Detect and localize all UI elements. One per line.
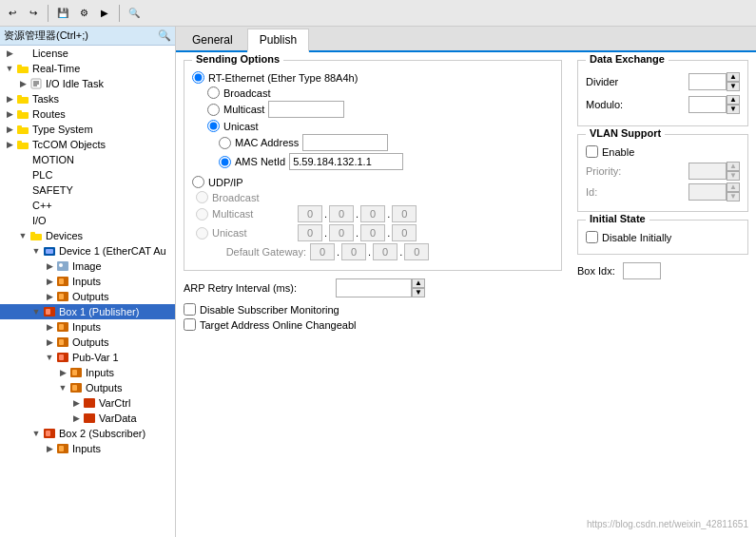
ip-u3[interactable] (360, 224, 385, 241)
modulo-input[interactable]: 0 (688, 96, 727, 113)
ip-m1[interactable] (298, 205, 322, 222)
tree-toggle-license[interactable]: ▶ (4, 48, 15, 58)
ip-u1[interactable] (298, 224, 322, 241)
target-address-checkbox[interactable] (184, 318, 196, 331)
box-idx-input[interactable]: 1 (623, 262, 661, 279)
tab-general[interactable]: General (180, 29, 245, 50)
tree-toggle-varctrl[interactable]: ▶ (70, 398, 82, 408)
tree-toggle-image[interactable]: ▶ (44, 261, 55, 271)
tree-toggle-type-system[interactable]: ▶ (4, 125, 15, 134)
search-icon[interactable]: 🔍 (126, 5, 143, 22)
sidebar-item-varctrl[interactable]: ▶VarCtrl (0, 395, 175, 411)
broadcast-radio[interactable] (207, 86, 220, 99)
disable-subscriber-checkbox[interactable] (184, 303, 196, 316)
modulo-spin-down[interactable]: ▼ (727, 105, 740, 114)
sidebar-item-box2-inputs[interactable]: ▶Inputs (0, 441, 175, 456)
ams-netid-input[interactable] (289, 153, 403, 170)
tree-toggle-idle-task[interactable]: ▶ (17, 79, 29, 88)
sidebar-item-outputs[interactable]: ▶Outputs (0, 289, 175, 304)
multicast-radio[interactable] (207, 104, 220, 116)
tree-toggle-routes[interactable]: ▶ (4, 109, 15, 119)
tree-toggle-device1[interactable]: ▼ (30, 246, 42, 256)
sidebar-item-devices[interactable]: ▼Devices (0, 228, 175, 243)
sidebar-item-pubvar1-inputs[interactable]: ▶Inputs (0, 365, 175, 380)
divider-spin-up[interactable]: ▲ (727, 72, 740, 82)
sidebar-item-pubvar1[interactable]: ▼Pub-Var 1 (0, 350, 175, 365)
sidebar-item-inputs[interactable]: ▶Inputs (0, 274, 175, 289)
multicast-input[interactable] (268, 101, 344, 118)
modulo-spin-up[interactable]: ▲ (727, 95, 740, 105)
gw4[interactable] (404, 243, 429, 260)
sidebar-search-icon[interactable]: 🔍 (158, 29, 171, 42)
redo-icon[interactable]: ↪ (25, 5, 42, 22)
ams-netid-radio[interactable] (219, 156, 231, 168)
disable-initially-checkbox[interactable] (586, 231, 598, 243)
sidebar-item-tccom-objects[interactable]: ▶TcCOM Objects (0, 137, 175, 152)
mac-address-radio[interactable] (219, 137, 231, 149)
ip-m3[interactable] (360, 205, 385, 222)
sidebar-item-vardata[interactable]: ▶VarData (0, 411, 175, 426)
mac-address-input[interactable] (302, 134, 388, 151)
udpip-unicast-radio[interactable] (196, 227, 208, 240)
tree-toggle-pubvar1[interactable]: ▼ (44, 353, 55, 362)
vlan-id-input[interactable]: 0 (688, 183, 727, 201)
sidebar-item-device1[interactable]: ▼Device 1 (EtherCAT Au (0, 243, 175, 259)
divider-spin-down[interactable]: ▼ (727, 82, 740, 91)
tree-toggle-realtime[interactable]: ▼ (4, 64, 15, 73)
udpip-radio[interactable] (192, 176, 204, 188)
sidebar-item-license[interactable]: ▶License (0, 46, 175, 61)
tree-toggle-box1[interactable]: ▼ (30, 307, 42, 316)
tree-toggle-inputs[interactable]: ▶ (44, 277, 55, 286)
rt-ethernet-radio[interactable] (192, 71, 204, 84)
udpip-broadcast-radio[interactable] (196, 191, 208, 203)
debug-icon[interactable]: ▶ (96, 5, 113, 22)
arp-spin-up[interactable]: ▲ (412, 278, 425, 288)
arp-input[interactable]: 1000 (336, 278, 412, 297)
sidebar-item-image[interactable]: ▶Image (0, 259, 175, 274)
sidebar-item-pubvar1-outputs[interactable]: ▼Outputs (0, 380, 175, 395)
gw3[interactable] (373, 243, 397, 260)
sidebar-item-tasks[interactable]: ▶Tasks (0, 91, 175, 106)
save-icon[interactable]: 💾 (54, 5, 71, 22)
priority-input[interactable]: 0 (688, 163, 727, 180)
sidebar-item-box1-outputs[interactable]: ▶Outputs (0, 335, 175, 350)
tree-toggle-tccom-objects[interactable]: ▶ (4, 140, 15, 149)
ip-m4[interactable] (392, 205, 417, 222)
tree-toggle-vardata[interactable]: ▶ (70, 413, 82, 423)
sidebar-item-cpp[interactable]: C++ (0, 198, 175, 213)
ip-u4[interactable] (392, 224, 417, 241)
gw1[interactable] (310, 243, 335, 260)
tree-toggle-pubvar1-outputs[interactable]: ▼ (57, 383, 68, 393)
tree-toggle-box2-inputs[interactable]: ▶ (44, 444, 55, 453)
udpip-multicast-radio[interactable] (196, 208, 208, 221)
sidebar-item-routes[interactable]: ▶Routes (0, 106, 175, 122)
sidebar-item-box2[interactable]: ▼Box 2 (Subscriber) (0, 426, 175, 441)
ip-u2[interactable] (329, 224, 354, 241)
tree-toggle-box1-outputs[interactable]: ▶ (44, 337, 55, 347)
id-spin-up[interactable]: ▲ (727, 182, 740, 192)
divider-input[interactable]: 1 (688, 73, 727, 90)
sidebar-item-box1-inputs[interactable]: ▶Inputs (0, 319, 175, 335)
tree-toggle-box1-inputs[interactable]: ▶ (44, 322, 55, 332)
priority-spin-up[interactable]: ▲ (727, 162, 740, 171)
build-icon[interactable]: ⚙ (75, 5, 92, 22)
unicast-radio[interactable] (207, 120, 220, 132)
tree-toggle-tasks[interactable]: ▶ (4, 94, 15, 104)
sidebar-item-plc[interactable]: PLC (0, 167, 175, 182)
arp-spin-down[interactable]: ▼ (412, 288, 425, 297)
id-spin-down[interactable]: ▼ (727, 192, 740, 201)
tree-toggle-outputs[interactable]: ▶ (44, 292, 55, 301)
tab-publish[interactable]: Publish (247, 29, 309, 52)
undo-icon[interactable]: ↩ (4, 5, 21, 22)
vlan-enable-checkbox[interactable] (586, 145, 598, 158)
sidebar-item-type-system[interactable]: ▶Type System (0, 122, 175, 137)
ip-m2[interactable] (329, 205, 354, 222)
sidebar-item-safety[interactable]: SAFETY (0, 182, 175, 198)
sidebar-item-idle-task[interactable]: ▶I/O Idle Task (0, 76, 175, 91)
tree-toggle-box2[interactable]: ▼ (30, 429, 42, 438)
gw2[interactable] (341, 243, 366, 260)
sidebar-item-motion[interactable]: MOTION (0, 152, 175, 167)
tree-toggle-pubvar1-inputs[interactable]: ▶ (57, 368, 68, 377)
sidebar-item-box1[interactable]: ▼Box 1 (Publisher) (0, 304, 175, 319)
priority-spin-down[interactable]: ▼ (727, 171, 740, 181)
